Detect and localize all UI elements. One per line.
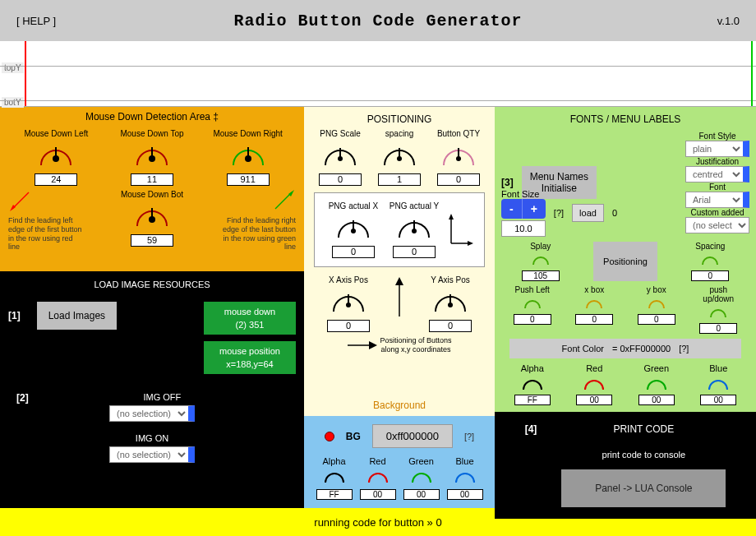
load-font-button[interactable]: load bbox=[572, 204, 604, 222]
bg-blue-value[interactable]: 00 bbox=[447, 489, 483, 500]
dial-icon[interactable] bbox=[134, 141, 170, 170]
dial-icon[interactable] bbox=[521, 375, 544, 393]
x-axis-label: X Axis Pos bbox=[316, 275, 381, 284]
ybox-value[interactable]: 0 bbox=[638, 314, 675, 325]
font-help-button[interactable]: [?] bbox=[554, 208, 564, 218]
dial-icon[interactable] bbox=[648, 296, 666, 311]
push-left-value[interactable]: 0 bbox=[514, 314, 551, 325]
minus-icon[interactable]: - bbox=[501, 199, 523, 219]
dial-icon[interactable] bbox=[322, 141, 358, 170]
load-images-button[interactable]: Load Images bbox=[37, 302, 117, 330]
dial-icon[interactable] bbox=[330, 287, 366, 317]
bg-blue-label: Blue bbox=[445, 456, 485, 466]
img-on-select[interactable]: (no selection) bbox=[109, 446, 195, 463]
y-axis-value[interactable]: 0 bbox=[429, 320, 472, 332]
dial-icon[interactable] bbox=[523, 296, 542, 311]
img-off-label: IMG OFF bbox=[8, 392, 296, 402]
dial-icon[interactable] bbox=[396, 213, 432, 243]
font-size-value[interactable]: 10.0 bbox=[501, 220, 546, 237]
load-resources-title: LOAD IMAGE RESOURCES bbox=[8, 280, 296, 289]
justification-select[interactable]: centred bbox=[685, 166, 749, 183]
background-title: Background bbox=[304, 395, 495, 416]
dial-icon[interactable] bbox=[381, 141, 417, 170]
dial-icon[interactable] bbox=[440, 141, 477, 170]
custom-added-select[interactable]: (no selection) bbox=[685, 217, 749, 233]
font-label: Font bbox=[685, 183, 749, 192]
positioning-note: Positioning of Buttons along x,y coordin… bbox=[379, 336, 453, 354]
dial-icon[interactable] bbox=[707, 375, 730, 393]
x-axis-value[interactable]: 0 bbox=[327, 320, 370, 332]
fonts-title: FONTS / MENU LABELS bbox=[501, 113, 749, 125]
svg-marker-33 bbox=[369, 341, 377, 349]
bg-label: BG bbox=[346, 431, 361, 442]
splay-label: Splay bbox=[515, 242, 566, 251]
mouse-down-top-label: Mouse Down Top bbox=[111, 129, 193, 138]
dial-icon[interactable] bbox=[323, 468, 346, 486]
font-size-stepper[interactable]: -+ bbox=[501, 199, 546, 219]
png-actual-x-label: PNG actual X bbox=[325, 201, 382, 210]
panel-to-lua-button[interactable]: Panel -> LUA Console bbox=[561, 469, 726, 507]
step-1-label: [1] bbox=[8, 310, 21, 321]
splay-value[interactable]: 105 bbox=[522, 270, 560, 281]
bg-alpha-value[interactable]: FF bbox=[316, 489, 353, 500]
png-scale-value[interactable]: 0 bbox=[319, 173, 362, 186]
dial-icon[interactable] bbox=[230, 141, 266, 170]
dial-icon[interactable] bbox=[335, 213, 371, 243]
dial-icon[interactable] bbox=[701, 252, 719, 267]
arrow-up-icon bbox=[391, 275, 408, 321]
green-marker-line[interactable] bbox=[751, 41, 753, 106]
svg-marker-29 bbox=[395, 277, 403, 285]
bg-green-value[interactable]: 00 bbox=[403, 489, 440, 500]
mouse-down-bot-label: Mouse Down Bot bbox=[111, 190, 193, 199]
fc-green-value[interactable]: 00 bbox=[638, 395, 675, 405]
dial-icon[interactable] bbox=[645, 375, 668, 393]
positioning-button[interactable]: Positioning bbox=[593, 242, 657, 281]
ruler-area[interactable]: topY botY bbox=[0, 41, 756, 107]
font-select[interactable]: Arial bbox=[685, 192, 749, 208]
bg-color-field[interactable]: 0xff000000 bbox=[372, 424, 453, 448]
ruler-line-bot bbox=[0, 100, 756, 101]
dial-icon[interactable] bbox=[366, 468, 390, 486]
font-zero: 0 bbox=[612, 208, 617, 218]
dial-icon[interactable] bbox=[532, 252, 550, 267]
bg-red-value[interactable]: 00 bbox=[360, 489, 396, 500]
fc-blue-label: Blue bbox=[698, 363, 738, 373]
dial-icon[interactable] bbox=[432, 287, 468, 317]
xbox-value[interactable]: 0 bbox=[575, 314, 613, 325]
mouse-down-bot-value[interactable]: 59 bbox=[131, 234, 173, 247]
bg-color-dot-icon[interactable] bbox=[325, 432, 334, 441]
dial-icon[interactable] bbox=[38, 141, 74, 170]
png-actual-x-value[interactable]: 0 bbox=[332, 246, 375, 258]
mouse-down-left-value[interactable]: 24 bbox=[35, 173, 77, 186]
fc-alpha-value[interactable]: FF bbox=[514, 395, 551, 405]
dial-icon[interactable] bbox=[454, 468, 477, 486]
png-actual-y-value[interactable]: 0 bbox=[393, 246, 436, 258]
mouse-down-right-value[interactable]: 911 bbox=[227, 173, 270, 186]
spacing-value[interactable]: 1 bbox=[378, 173, 421, 186]
step-2-label: [2] bbox=[16, 392, 29, 404]
dial-icon[interactable] bbox=[585, 296, 603, 311]
step-4-label: [4] bbox=[525, 423, 537, 435]
plus-icon[interactable]: + bbox=[523, 199, 546, 219]
img-off-select[interactable]: (no selection) bbox=[109, 405, 195, 422]
help-button[interactable]: [ HELP ] bbox=[16, 15, 56, 27]
font-color-value[interactable]: = 0xFF000000 bbox=[612, 344, 671, 353]
font-style-select[interactable]: plain bbox=[685, 141, 749, 157]
fc-blue-value[interactable]: 00 bbox=[700, 395, 736, 405]
font-color-help-button[interactable]: [?] bbox=[679, 344, 689, 353]
mouse-down-top-value[interactable]: 11 bbox=[131, 173, 173, 186]
img-on-label: IMG ON bbox=[8, 433, 296, 443]
font-size-label: Font Size bbox=[501, 189, 546, 199]
button-qty-value[interactable]: 0 bbox=[437, 173, 480, 186]
dial-icon[interactable] bbox=[709, 305, 727, 320]
pushud-value[interactable]: 0 bbox=[699, 323, 737, 334]
dial-icon[interactable] bbox=[583, 375, 606, 393]
png-scale-label: PNG Scale bbox=[313, 129, 367, 138]
dial-icon[interactable] bbox=[410, 468, 433, 486]
red-marker-line[interactable] bbox=[25, 41, 26, 106]
dial-icon[interactable] bbox=[134, 201, 170, 231]
fc-red-value[interactable]: 00 bbox=[576, 395, 612, 405]
font-spacing-value[interactable]: 0 bbox=[691, 270, 729, 281]
bg-help-button[interactable]: [?] bbox=[464, 432, 474, 441]
mouse-down-left-label: Mouse Down Left bbox=[15, 129, 97, 138]
